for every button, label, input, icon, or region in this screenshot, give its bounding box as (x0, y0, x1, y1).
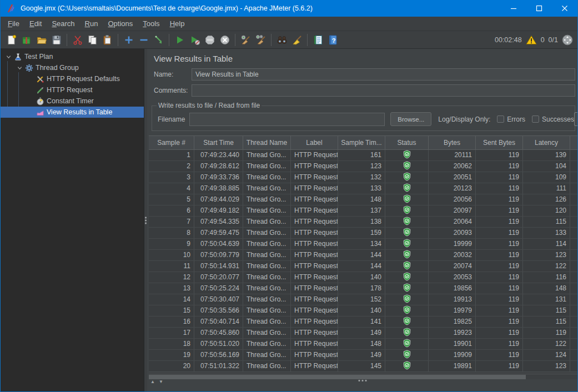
expand-chevron-icon[interactable] (15, 63, 24, 72)
cell-sample: 9 (149, 239, 194, 250)
configure-button-partial[interactable] (574, 112, 578, 126)
paste-button[interactable] (100, 32, 115, 47)
cell-sample-tim: 161 (338, 150, 385, 161)
table-row[interactable]: 607:49:49.182Thread Gro...HTTP Request13… (149, 205, 577, 217)
table-row[interactable]: 1307:50:25.224Thread Gro...HTTP Request1… (149, 283, 577, 294)
bottom-splitter-grip-icon[interactable] (358, 380, 366, 381)
new-button[interactable] (4, 32, 19, 47)
tree-item-thread-group[interactable]: Thread Group (1, 62, 144, 73)
browse-button[interactable]: Browse... (390, 112, 431, 126)
table-row[interactable]: 1807:50:51.020Thread Gro...HTTP Request1… (149, 339, 577, 350)
clear-all-button[interactable] (253, 32, 268, 47)
table-row[interactable]: 2007:51:01.322Thread Gro...HTTP Request1… (149, 361, 577, 372)
cell-sent-bytes: 119 (476, 161, 523, 172)
save-button[interactable] (49, 32, 64, 47)
cut-icon (72, 34, 83, 46)
column-header-partial (570, 136, 577, 149)
collapse-up-icon[interactable]: ▲ (150, 379, 155, 384)
add-button[interactable] (121, 32, 136, 47)
cell-sample: 3 (149, 172, 194, 183)
menu-file[interactable]: File (3, 18, 24, 29)
column-header-sample[interactable]: Sample # (149, 136, 194, 149)
table-row[interactable]: 907:50:04.639Thread Gro...HTTP Request13… (149, 239, 577, 250)
cell-sample-tim: 144 (338, 261, 385, 272)
remote-status-icon[interactable] (562, 34, 573, 46)
errors-checkbox[interactable] (497, 115, 504, 123)
column-header-latency[interactable]: Latency (523, 136, 570, 149)
remove-button[interactable] (136, 32, 151, 47)
cell-sent-bytes: 119 (476, 283, 523, 294)
warning-icon[interactable] (526, 35, 537, 45)
collapse-down-icon[interactable]: ▼ (159, 379, 163, 384)
table-row[interactable]: 307:49:33.736Thread Gro...HTTP Request13… (149, 172, 577, 183)
function-helper-button[interactable] (310, 32, 325, 47)
menu-search[interactable]: Search (47, 18, 79, 29)
table-row[interactable]: 807:49:59.475Thread Gro...HTTP Request15… (149, 228, 577, 239)
table-row[interactable]: 1407:50:30.407Thread Gro...HTTP Request1… (149, 294, 577, 305)
stop-button[interactable] (202, 32, 217, 47)
cell-latency: 115 (523, 217, 570, 228)
tree-item-constant-timer[interactable]: Constant Timer (1, 96, 144, 107)
successes-checkbox[interactable] (532, 115, 539, 123)
menu-help[interactable]: Help (165, 18, 190, 29)
content-area: Test PlanThread GroupHTTP Request Defaul… (1, 49, 577, 391)
templates-button[interactable] (19, 32, 34, 47)
table-row[interactable]: 1207:50:20.077Thread Gro...HTTP Request1… (149, 272, 577, 283)
menu-run[interactable]: Run (80, 18, 103, 29)
start-button[interactable] (172, 32, 187, 47)
tree-item-view-results-in-table[interactable]: View Results in Table (1, 107, 144, 118)
cut-button[interactable] (70, 32, 85, 47)
cell-start-time: 07:50:30.407 (194, 294, 243, 305)
help-button[interactable]: ? (325, 32, 340, 47)
table-row[interactable]: 1107:50:14.931Thread Gro...HTTP Request1… (149, 261, 577, 272)
table-row[interactable]: 1507:50:35.566Thread Gro...HTTP Request1… (149, 305, 577, 316)
column-header-start-time[interactable]: Start Time (194, 136, 243, 149)
cell-latency: 115 (523, 305, 570, 316)
search-button[interactable] (274, 32, 289, 47)
close-button[interactable] (552, 0, 577, 17)
table-row[interactable]: 1707:50:45.860Thread Gro...HTTP Request1… (149, 328, 577, 339)
clear-button[interactable] (238, 32, 253, 47)
horizontal-scrollbar-thumb[interactable] (149, 375, 526, 379)
start-no-timers-button[interactable] (187, 32, 202, 47)
menu-edit[interactable]: Edit (24, 18, 47, 29)
name-input[interactable] (192, 68, 575, 81)
success-shield-icon (385, 205, 429, 217)
minimize-button[interactable] (501, 0, 526, 17)
menu-tools[interactable]: Tools (138, 18, 164, 29)
open-button[interactable] (34, 32, 49, 47)
table-row[interactable]: 707:49:54.335Thread Gro...HTTP Request13… (149, 217, 577, 228)
bottom-splitter[interactable]: ▲ ▼ (147, 379, 577, 384)
column-header-thread-name[interactable]: Thread Name (243, 136, 291, 149)
tree-item-http-request[interactable]: HTTP Request (1, 84, 144, 96)
column-header-status[interactable]: Status (385, 136, 429, 149)
expand-chevron-icon[interactable] (4, 52, 13, 61)
comments-input[interactable] (192, 84, 575, 97)
save-icon (51, 34, 62, 46)
splitter-grip-icon[interactable] (145, 217, 147, 224)
maximize-button[interactable] (526, 0, 552, 17)
copy-button[interactable] (85, 32, 100, 47)
toggle-button[interactable] (151, 32, 166, 47)
toolbar: ? 00:02:48 0 0/1 (1, 31, 577, 49)
table-row[interactable]: 1607:50:40.714Thread Gro...HTTP Request1… (149, 316, 577, 328)
search-reset-button[interactable] (289, 32, 304, 47)
tree-item-http-request-defaults[interactable]: HTTP Request Defaults (1, 73, 144, 84)
column-header-label[interactable]: Label (291, 136, 338, 149)
tree-item-test-plan[interactable]: Test Plan (1, 51, 144, 62)
table-row[interactable]: 407:49:38.885Thread Gro...HTTP Request13… (149, 183, 577, 194)
table-row[interactable]: 107:49:23.440Thread Gro...HTTP Request16… (149, 150, 577, 161)
toolbar-separator (235, 34, 235, 46)
cell-start-time: 07:50:51.020 (194, 339, 243, 350)
table-row[interactable]: 507:49:44.029Thread Gro...HTTP Request14… (149, 194, 577, 205)
horizontal-scrollbar[interactable] (149, 374, 577, 379)
column-header-sample-tim[interactable]: Sample Tim... (338, 136, 385, 149)
table-row[interactable]: 207:49:28.612Thread Gro...HTTP Request12… (149, 161, 577, 172)
shutdown-button[interactable] (217, 32, 232, 47)
column-header-sent-bytes[interactable]: Sent Bytes (476, 136, 523, 149)
filename-input[interactable] (189, 113, 385, 126)
menu-options[interactable]: Options (103, 18, 138, 29)
column-header-bytes[interactable]: Bytes (429, 136, 476, 149)
table-row[interactable]: 1907:50:56.169Thread Gro...HTTP Request1… (149, 350, 577, 361)
table-row[interactable]: 1007:50:09.779Thread Gro...HTTP Request1… (149, 250, 577, 261)
